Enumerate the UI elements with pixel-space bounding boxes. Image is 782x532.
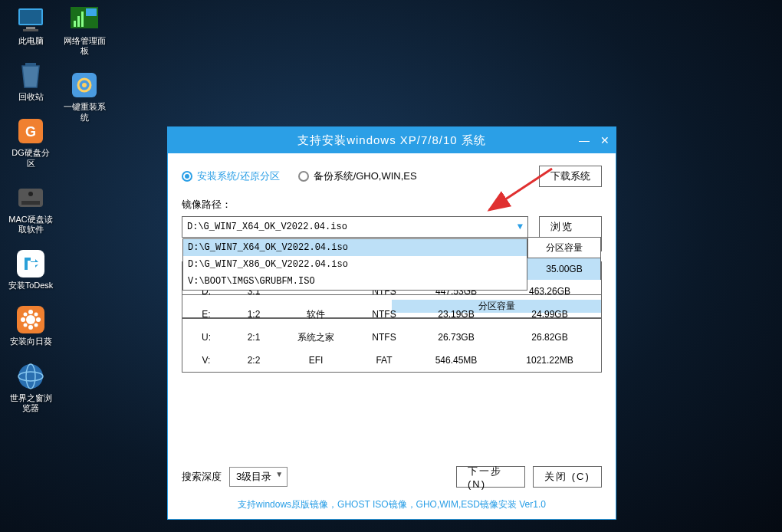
search-depth-select[interactable]: 3级目录 <box>229 467 288 487</box>
desktop-icon-recycle-bin[interactable]: 回收站 <box>8 60 54 102</box>
svg-point-12 <box>26 315 35 324</box>
image-path-dropdown: D:\G_WIN7_X64_OK_V2022.04.iso D:\G_WIN7_… <box>182 238 527 291</box>
todesk-icon <box>15 248 46 279</box>
close-button[interactable]: 关闭 (C) <box>533 466 602 488</box>
desktop-icon-dg-partition[interactable]: G DG硬盘分区 <box>8 116 54 168</box>
column-header-capacity: 分区容量 <box>527 237 601 258</box>
chevron-down-icon: ▼ <box>518 222 523 232</box>
dropdown-option[interactable]: V:\BOOT\IMGS\GRUBFM.ISO <box>183 273 527 290</box>
svg-point-19 <box>24 323 28 327</box>
monitor-icon <box>15 4 46 34</box>
svg-rect-25 <box>74 21 76 27</box>
svg-rect-26 <box>77 16 80 27</box>
svg-point-31 <box>82 83 87 87</box>
svg-rect-4 <box>25 63 36 66</box>
svg-rect-9 <box>21 201 40 205</box>
svg-point-8 <box>28 192 33 196</box>
table-row[interactable]: V: 2:2 EFI FAT 546.45MB 1021.22MB <box>182 349 601 372</box>
sunflower-icon <box>15 304 46 335</box>
radio-icon <box>298 171 309 182</box>
table-row[interactable]: U: 2:1 系统之家 NTFS 26.73GB 26.82GB <box>182 326 601 349</box>
gear-icon <box>69 70 100 100</box>
svg-rect-2 <box>26 27 35 29</box>
dropdown-option[interactable]: D:\G_WIN7_X64_OK_V2022.04.iso <box>183 239 527 256</box>
search-depth-label: 搜索深度 <box>182 470 222 484</box>
image-path-combobox[interactable]: D:\G_WIN7_X64_OK_V2022.04.iso ▼ D:\G_WIN… <box>182 216 528 238</box>
svg-rect-10 <box>17 250 44 277</box>
image-path-label: 镜像路径： <box>182 198 602 212</box>
mac-disk-icon <box>15 182 46 213</box>
table-cell-capacity[interactable]: 35.00GB <box>527 258 601 280</box>
footer-text: 支持windows原版镜像，GHOST ISO镜像，GHO,WIM,ESD镜像安… <box>182 498 602 511</box>
download-system-button[interactable]: 下载系统 <box>539 166 602 187</box>
desktop-icon-sunflower[interactable]: 安装向日葵 <box>8 304 54 346</box>
dg-icon: G <box>15 116 46 146</box>
svg-point-17 <box>24 313 28 317</box>
svg-point-16 <box>36 317 41 322</box>
install-dialog: 支持安装windows XP/7/8/10 系统 — ✕ 安装系统/还原分区 备… <box>167 126 616 520</box>
next-button[interactable]: 下一步 (N) <box>456 466 525 488</box>
svg-point-20 <box>34 323 38 327</box>
desktop-icon-todesk[interactable]: 安装ToDesk <box>8 248 54 291</box>
dialog-title: 支持安装windows XP/7/8/10 系统 <box>297 133 486 148</box>
svg-point-13 <box>28 310 33 314</box>
table-row[interactable]: E: 1:2 软件 NTFS 23.19GB 24.99GB <box>182 303 601 326</box>
globe-icon <box>15 361 46 392</box>
minimize-button[interactable]: — <box>579 134 590 146</box>
bin-icon <box>15 60 46 90</box>
radio-icon <box>182 171 192 182</box>
dropdown-option[interactable]: D:\G_WIN7_X86_OK_V2022.04.iso <box>183 256 527 273</box>
desktop-icon-world-browser[interactable]: 世界之窗浏览器 <box>8 361 54 413</box>
svg-point-15 <box>21 317 25 322</box>
svg-point-18 <box>34 313 38 317</box>
desktop-icon-mac-reader[interactable]: MAC硬盘读取软件 <box>8 182 54 235</box>
svg-rect-28 <box>86 8 97 16</box>
network-icon <box>69 4 100 34</box>
close-window-button[interactable]: ✕ <box>600 134 610 146</box>
svg-rect-1 <box>20 10 41 24</box>
desktop-icon-this-pc[interactable]: 此电脑 <box>8 4 54 46</box>
svg-point-14 <box>28 325 33 330</box>
svg-point-21 <box>18 364 43 389</box>
svg-rect-3 <box>23 29 38 31</box>
svg-rect-27 <box>81 11 84 27</box>
desktop-icon-reinstall[interactable]: 一键重装系统 <box>61 70 107 122</box>
radio-backup[interactable]: 备份系统/GHO,WIN,ES <box>298 169 417 183</box>
desktop-icon-network-panel[interactable]: 网络管理面板 <box>61 4 107 56</box>
radio-install-restore[interactable]: 安装系统/还原分区 <box>182 169 280 183</box>
title-bar[interactable]: 支持安装windows XP/7/8/10 系统 — ✕ <box>168 127 616 153</box>
svg-text:G: G <box>25 124 36 140</box>
